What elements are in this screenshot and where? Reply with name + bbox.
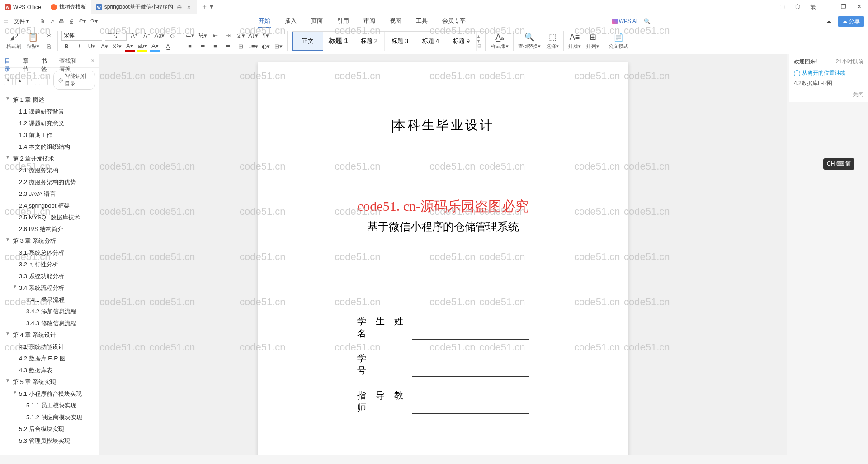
translate-icon[interactable]: 繁 [809,3,816,11]
toc-item[interactable]: 2.2 微服务架构的优势 [0,176,99,188]
wps-ai-button[interactable]: WPS AI [612,18,637,24]
underline-button[interactable]: U▾ [87,42,97,52]
toc-item[interactable]: 1.3 前期工作 [0,129,99,141]
toc-item[interactable]: 2.5 MYSQL 数据库技术 [0,212,99,223]
layout-button[interactable]: A≡排版▾ [566,32,584,51]
char-border-button[interactable]: A̲ [163,42,173,52]
nav-tab-toc[interactable]: 目录 [0,54,18,67]
select-button[interactable]: ⬚选择▾ [543,31,561,51]
align-right-icon[interactable]: ≡ [210,42,220,52]
redo-icon[interactable]: ↷▾ [90,18,98,24]
show-marks-icon[interactable]: ¶▾ [261,31,271,41]
gov-mode-button[interactable]: 📄公文模式 [606,31,631,51]
tab-close-x-icon[interactable]: × [186,4,192,11]
tab-wps-office[interactable]: WWPS Office [0,0,46,14]
tab-review[interactable]: 审阅 [363,15,376,28]
cut-icon[interactable]: ✂ [44,31,54,41]
toc-item[interactable]: 1.1 课题研究背景 [0,106,99,118]
toc-item[interactable]: 5.2 后台模块实现 [0,423,99,435]
toc-item[interactable]: 3.4.2 添加信息流程 [0,306,99,317]
increase-indent-icon[interactable]: ⇥ [223,31,233,41]
save-icon[interactable]: 🗎 [40,18,45,24]
toc-item[interactable]: 5.3 管理员模块实现 [0,435,99,447]
tab-document[interactable]: Wspringboot基于微信小程序的⊖× [91,0,197,14]
toc-item[interactable]: ▼第 4 章 系统设计 [0,329,99,341]
tab-add-button[interactable]: ＋ ▾ [197,2,217,12]
align-center-icon[interactable]: ≣ [198,42,208,52]
search-icon[interactable]: 🔍 [644,18,651,24]
tab-view[interactable]: 视图 [389,15,402,28]
toc-item[interactable]: 4.3 数据库表 [0,365,99,376]
nav-tab-bookmark[interactable]: 书签 [37,54,55,67]
cloud-icon[interactable]: ☁ [826,18,831,24]
justify-icon[interactable]: ≣ [223,42,233,52]
tab-tools[interactable]: 工具 [415,15,429,28]
bullets-icon[interactable]: ≔▾ [185,31,195,41]
superscript-button[interactable]: X²▾ [112,42,122,52]
toc-item[interactable]: 3.4.3 修改信息流程 [0,317,99,329]
arrange-button[interactable]: ⊞排列▾ [584,31,602,51]
close-button[interactable]: ✕ [855,3,863,11]
nav-add-icon[interactable]: + [27,75,36,85]
close-panel-button[interactable]: 关闭 [794,91,863,99]
paste-button[interactable]: 📋粘贴▾ [24,31,42,51]
tab-member[interactable]: 会员专享 [441,15,467,28]
toc-item[interactable]: ▼第 3 章 系统分析 [0,235,99,247]
size-selector[interactable] [105,31,127,41]
smart-toc-button[interactable]: ◎ 智能识别目录 [53,71,95,90]
history-item[interactable]: 4.2数据库E-R图 [794,80,863,87]
text-direction-icon[interactable]: 文▾ [236,31,245,41]
undo-icon[interactable]: ↶▾ [79,18,86,24]
strikethrough-button[interactable]: A̶▾ [99,42,109,52]
nav-up-icon[interactable]: ▴ [15,75,24,85]
nav-tab-find[interactable]: 查找和替换 [55,54,87,67]
tab-template[interactable]: 找稻壳模板 [46,0,91,14]
toc-item[interactable]: 2.6 B/S 结构简介 [0,223,99,235]
decrease-font-icon[interactable]: A⁻ [142,31,152,41]
toc-item[interactable]: 5.1.1 员工模块实现 [0,400,99,412]
highlight-button[interactable]: ab▾ [137,42,147,52]
format-painter-button[interactable]: 🖌格式刷 [4,32,24,51]
nav-close-icon[interactable]: × [86,54,99,67]
toc-item[interactable]: ▼第 5 章 系统实现 [0,376,99,388]
nav-remove-icon[interactable]: − [39,75,48,85]
font-selector[interactable] [61,31,102,41]
toc-item[interactable]: 3.3 系统功能分析 [0,270,99,282]
copy-icon[interactable]: ⎘ [44,42,54,52]
tab-reference[interactable]: 引用 [336,15,350,28]
tab-start[interactable]: 开始 [258,15,271,28]
toc-item[interactable]: 2.1 微服务架构 [0,165,99,176]
toc-item[interactable]: 3.2 可行性分析 [0,259,99,270]
toc-item[interactable]: 2.4 springboot 框架 [0,200,99,212]
toc-item[interactable]: 4.2 数据库 E-R 图 [0,353,99,365]
toc-item[interactable]: 3.4.1 登录流程 [0,294,99,306]
print-icon[interactable]: 🖶 [59,18,64,24]
bold-button[interactable]: B [61,42,71,52]
shading-button[interactable]: A▾ [150,42,160,52]
style-normal[interactable]: 正文 [292,32,323,51]
style-scroll[interactable]: ▴▾⊟ [477,32,485,51]
toc-item[interactable]: ▼第 2 章开发技术 [0,153,99,165]
minimize-button[interactable]: — [825,3,832,11]
nav-expand-icon[interactable]: ▾ [4,75,13,85]
style-h9[interactable]: 标题 9 [446,32,477,51]
share-button[interactable]: ☁ 分享 [838,16,864,27]
toc-item[interactable]: ▼5.1 小程序前台模块实现 [0,388,99,400]
toc-item[interactable]: 2.3 JAVA 语言 [0,188,99,200]
increase-font-icon[interactable]: A⁺ [129,31,139,41]
italic-button[interactable]: I [74,42,84,52]
win-layout2-icon[interactable]: ⬡ [794,3,801,11]
change-case-icon[interactable]: Aa▾ [155,31,165,41]
toc-item[interactable]: ▼第 1 章 概述 [0,94,99,106]
file-menu[interactable]: 文件 ▾ [14,18,29,25]
style-set-button[interactable]: A̲ₐ样式集▾ [488,31,511,51]
clear-format-icon[interactable]: ◇ [167,31,177,41]
line-spacing-icon[interactable]: ↕≡▾ [248,42,258,52]
export-icon[interactable]: ↗ [50,18,54,24]
style-h3[interactable]: 标题 3 [385,32,415,51]
print-preview-icon[interactable]: 🖨 [69,18,74,24]
align-left-icon[interactable]: ≡ [185,42,195,52]
style-h1[interactable]: 标题 1 [323,32,354,51]
borders-icon[interactable]: ⊞▾ [274,42,283,52]
tab-insert[interactable]: 插入 [284,15,297,28]
